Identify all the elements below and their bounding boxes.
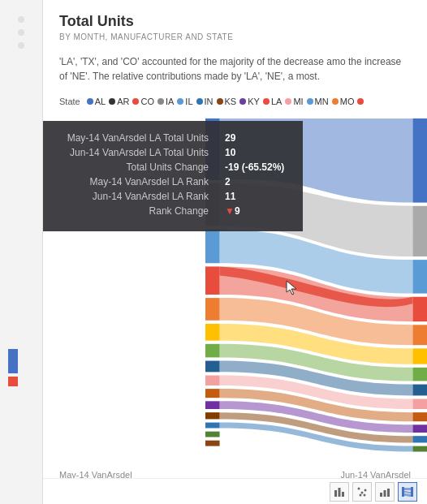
sankey-bar-right-3 [412,260,427,293]
sidebar-red-strip [8,377,18,386]
chart-area: May-14 VanArsdel LA Total Units 29 Jun-1… [43,113,427,504]
sankey-bar-left-12 [205,412,220,419]
legend-item-ia: IA [157,97,174,106]
legend-dot-la [263,98,270,105]
tooltip-row-3: Total Units Change -19 (-65.52%) [56,162,290,173]
svg-point-3 [358,487,360,489]
tooltip-value-5: 11 [225,191,290,202]
tooltip-label-6: Rank Change [56,205,209,217]
legend-dot-mi [285,98,291,105]
column-chart-button[interactable] [375,482,395,502]
legend-dot-more [357,98,364,105]
chart-description: 'LA', 'TX', and 'CO' accounted for the m… [43,48,427,93]
sidebar-blue-strip [8,349,18,373]
legend-dot-mn [307,98,313,105]
outer-container: Total Units BY MONTH, MANUFACTURER AND S… [0,0,427,504]
legend-dot-al [87,98,93,105]
legend-item-mn: MN [307,97,329,106]
bar-chart-button[interactable] [330,482,349,502]
column-chart-icon [379,486,390,498]
sankey-bar-right-1 [412,118,427,203]
sankey-bar-left-3 [205,229,220,262]
tooltip-row-5: Jun-14 VanArsdel LA Rank 11 [56,191,290,202]
tooltip-label-2: Jun-14 VanArsdel LA Total Units [56,147,209,158]
sankey-bar-right-6 [412,348,427,364]
sidebar-strip [8,349,18,386]
legend-item-al: AL [87,97,106,106]
svg-point-5 [364,489,367,491]
sankey-bar-left-7 [205,343,220,357]
legend-item-la: LA [263,97,282,106]
sidebar-dot-3 [18,42,24,49]
sankey-bar-right-12 [412,436,427,442]
legend-item-co: CO [132,97,154,106]
tooltip-label-5: Jun-14 VanArsdel LA Rank [56,191,209,202]
sankey-bar-right-10 [412,412,427,421]
sankey-bar-left-6 [205,324,220,341]
legend-item-ar: AR [109,97,129,106]
sankey-bar-left-8 [205,360,220,372]
sankey-bar-left-13 [205,422,220,428]
sankey-bar-right-8 [412,384,427,395]
tooltip-value-4: 2 [225,176,290,187]
sankey-bar-left-5 [205,298,220,321]
tooltip-value-3: -19 (-65.52%) [225,162,290,173]
tooltip-box: May-14 VanArsdel LA Total Units 29 Jun-1… [43,121,303,231]
tooltip-row-6: Rank Change ▼9 [56,205,290,217]
svg-rect-9 [384,490,386,497]
scatter-button[interactable] [352,482,372,502]
tooltip-label-4: May-14 VanArsdel LA Rank [56,176,209,187]
tooltip-row-4: May-14 VanArsdel LA Rank 2 [56,176,290,187]
legend-dot-in [196,98,203,105]
legend-item-mo: MO [332,97,355,106]
sankey-bar-right-13 [412,446,427,451]
tooltip-row-1: May-14 VanArsdel LA Total Units 29 [56,132,290,144]
sankey-bar-left-9 [205,375,220,385]
legend-label: State [59,97,80,106]
sankey-icon [402,486,413,498]
svg-rect-8 [380,493,382,497]
legend-dot-ky [239,98,246,105]
svg-point-6 [360,493,362,496]
svg-point-4 [361,491,364,493]
sankey-bar-left-4 [205,266,220,295]
legend-item-more [357,98,364,105]
svg-point-7 [364,493,366,496]
sankey-bar-right-7 [412,367,427,381]
sankey-button[interactable] [398,482,417,502]
bottom-toolbar [43,478,427,504]
legend-item-ks: KS [217,97,237,106]
sankey-bar-left-14 [205,431,220,437]
legend-row: State AL AR CO IA IL [43,93,427,113]
tooltip-label-3: Total Units Change [56,162,209,173]
svg-rect-12 [411,487,413,497]
legend-item-il: IL [177,97,192,106]
left-sidebar [0,0,42,504]
legend-dot-ar [109,98,115,105]
legend-dot-co [132,98,139,105]
legend-item-in: IN [196,97,214,106]
sankey-bar-right-2 [412,205,427,256]
tooltip-label-1: May-14 VanArsdel LA Total Units [56,132,209,144]
sankey-bar-right-4 [412,296,427,321]
svg-rect-0 [334,490,337,497]
legend-item-mi: MI [285,97,303,106]
bar-chart-icon [334,486,345,498]
sankey-bar-right-11 [412,424,427,433]
svg-rect-1 [339,488,341,497]
legend-dot-ia [157,98,164,105]
sidebar-dot-2 [18,29,24,36]
scatter-icon [356,486,368,498]
legend-dot-mo [332,98,339,105]
legend-dot-il [177,98,183,105]
sankey-bar-left-11 [205,401,220,409]
legend-item-ky: KY [239,97,260,106]
main-panel: Total Units BY MONTH, MANUFACTURER AND S… [42,0,427,504]
sankey-bar-right-9 [412,398,427,408]
sankey-bar-left-15 [205,440,220,446]
legend-dot-ks [217,98,223,105]
tooltip-value-1: 29 [225,132,290,144]
sankey-bar-right-5 [412,325,427,345]
tooltip-row-2: Jun-14 VanArsdel LA Total Units 10 [56,147,290,158]
svg-rect-11 [402,487,404,497]
